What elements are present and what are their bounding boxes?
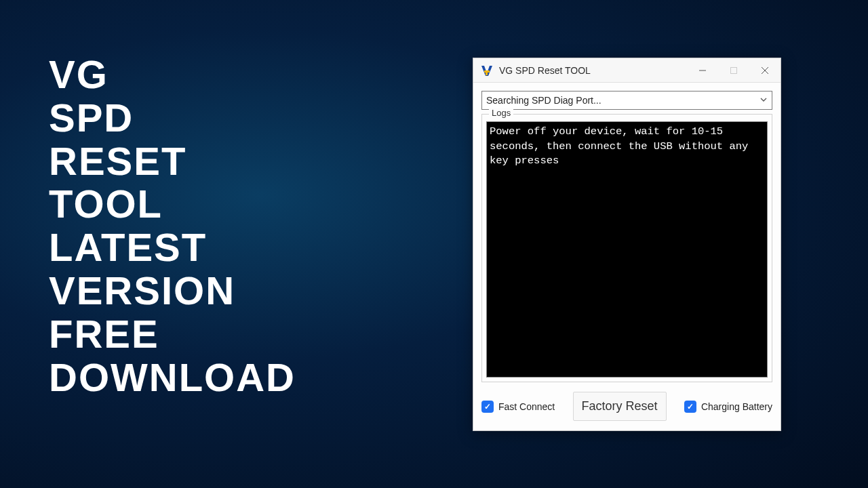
bottom-controls: ✓ Fast Connect Factory Reset ✓ Charging … <box>481 392 772 421</box>
logs-legend: Logs <box>489 108 513 118</box>
promo-line: DOWNLOAD <box>49 356 296 399</box>
window-controls <box>687 58 781 83</box>
checkbox-checked-icon: ✓ <box>481 401 494 413</box>
app-window: VG SPD Reset TOOL Searching SPD Diag Por… <box>473 58 781 431</box>
logs-group: Logs Power off your device, wait for 10-… <box>481 114 772 382</box>
minimize-icon <box>699 67 706 74</box>
promo-headline: VG SPD RESET TOOL LATEST VERSION FREE DO… <box>49 53 296 399</box>
minimize-button[interactable] <box>687 58 718 83</box>
promo-line: FREE <box>49 312 296 356</box>
promo-line: LATEST <box>49 226 296 269</box>
fast-connect-checkbox[interactable]: ✓ Fast Connect <box>481 401 555 413</box>
window-title: VG SPD Reset TOOL <box>499 65 687 76</box>
maximize-button <box>718 58 749 83</box>
promo-line: VG <box>49 53 296 96</box>
maximize-icon <box>730 67 737 74</box>
charging-battery-label: Charging Battery <box>701 401 772 412</box>
promo-line: TOOL <box>49 182 296 226</box>
promo-line: VERSION <box>49 269 296 312</box>
titlebar[interactable]: VG SPD Reset TOOL <box>473 58 781 83</box>
close-icon <box>762 67 768 74</box>
checkbox-checked-icon: ✓ <box>684 401 696 413</box>
close-button[interactable] <box>749 58 781 83</box>
logs-console[interactable]: Power off your device, wait for 10-15 se… <box>486 121 768 378</box>
chevron-down-icon <box>760 95 768 106</box>
charging-battery-checkbox[interactable]: ✓ Charging Battery <box>684 401 772 413</box>
fast-connect-label: Fast Connect <box>498 401 555 412</box>
port-dropdown-value: Searching SPD Diag Port... <box>486 95 601 106</box>
promo-line: RESET <box>49 140 296 183</box>
svg-rect-1 <box>731 67 737 73</box>
vg-app-icon <box>480 64 494 77</box>
factory-reset-button[interactable]: Factory Reset <box>573 392 667 421</box>
promo-line: SPD <box>49 96 296 140</box>
client-area: Searching SPD Diag Port... Logs Power of… <box>473 83 781 430</box>
port-dropdown[interactable]: Searching SPD Diag Port... <box>481 91 772 110</box>
